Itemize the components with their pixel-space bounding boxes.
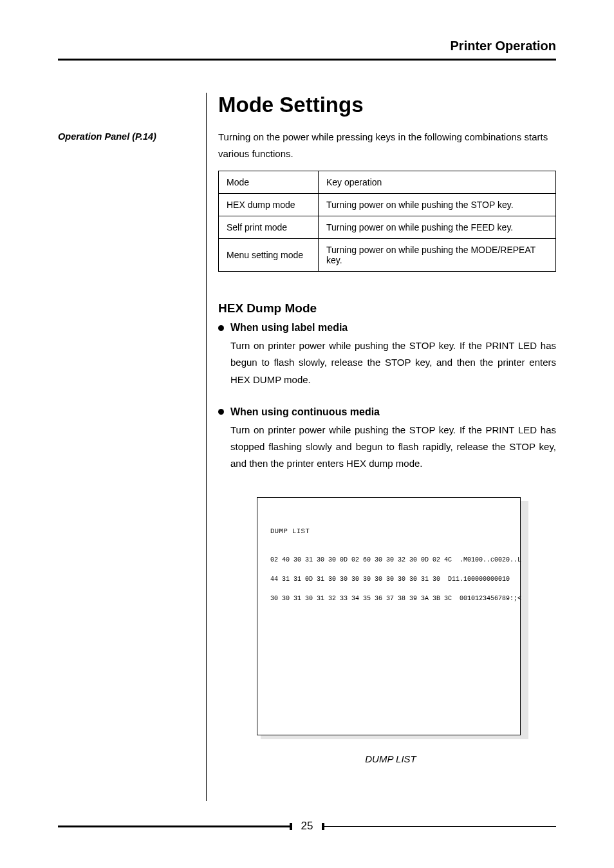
main-content: Mode Settings Turning on the power while… — [206, 93, 556, 801]
dump-line: 44 31 31 0D 31 30 30 30 30 30 30 30 30 3… — [270, 574, 507, 584]
mode-table: Mode Key operation HEX dump mode Turning… — [218, 171, 556, 272]
table-cell: Menu setting mode — [219, 239, 319, 272]
dump-list-box: DUMP LIST 02 40 30 31 30 30 0D 02 60 30 … — [257, 497, 521, 735]
table-cell: HEX dump mode — [219, 194, 319, 216]
dump-list-title: DUMP LIST — [270, 527, 507, 537]
table-header-row: Mode Key operation — [219, 171, 556, 194]
figure-caption: DUMP LIST — [257, 753, 525, 764]
footer-rule-right — [324, 826, 556, 827]
intro-paragraph: Turning on the power while pressing keys… — [218, 129, 556, 162]
footer-rule-left — [58, 826, 290, 827]
table-cell: Turning power on while pushing the STOP … — [319, 194, 556, 216]
page-title: Mode Settings — [218, 93, 556, 117]
table-row: Menu setting mode Turning power on while… — [219, 239, 556, 272]
table-cell: Turning power on while pushing the MODE/… — [319, 239, 556, 272]
bullet-item: When using label media — [218, 322, 556, 334]
section-header: Printer Operation — [58, 39, 556, 53]
table-header-mode: Mode — [219, 171, 319, 194]
page-number: 25 — [292, 820, 322, 833]
dump-line: 02 40 30 31 30 30 0D 02 60 30 30 32 30 0… — [270, 555, 507, 565]
table-header-op: Key operation — [319, 171, 556, 194]
page-footer: 25 — [58, 820, 556, 833]
bullet-body: Turn on printer power while pushing the … — [230, 337, 556, 388]
bullet-icon — [218, 325, 224, 331]
table-cell: Self print mode — [219, 216, 319, 239]
sidebar-reference: Operation Panel (P.14) — [58, 131, 206, 142]
bullet-body: Turn on printer power while pushing the … — [230, 422, 556, 473]
sidebar: Operation Panel (P.14) — [58, 93, 206, 801]
dump-figure: DUMP LIST 02 40 30 31 30 30 0D 02 60 30 … — [257, 497, 525, 764]
subsection-heading: HEX Dump Mode — [218, 301, 556, 316]
bullet-label: When using label media — [230, 322, 348, 334]
header-divider — [58, 59, 556, 61]
dump-line: 30 30 31 30 31 32 33 34 35 36 37 38 39 3… — [270, 594, 507, 603]
bullet-icon — [218, 409, 224, 415]
bullet-label: When using continuous media — [230, 406, 380, 418]
bullet-item: When using continuous media — [218, 406, 556, 418]
table-row: HEX dump mode Turning power on while pus… — [219, 194, 556, 216]
table-cell: Turning power on while pushing the FEED … — [319, 216, 556, 239]
table-row: Self print mode Turning power on while p… — [219, 216, 556, 239]
